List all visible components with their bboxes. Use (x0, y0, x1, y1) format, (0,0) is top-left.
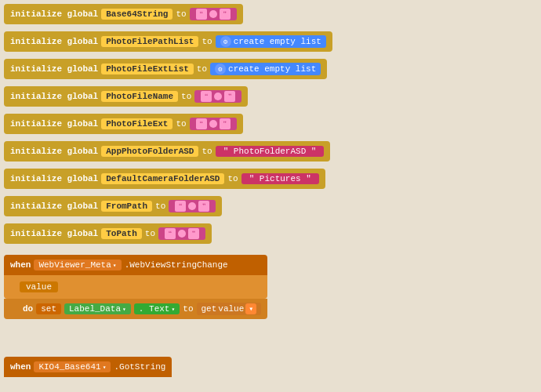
init-block-photofileextlist[interactable]: initialize global PhotoFileExtList to ⚙ … (4, 59, 327, 79)
var-name-photofileext[interactable]: PhotoFileExt (101, 118, 172, 129)
string-text-pictures[interactable]: " Pictures " (241, 173, 319, 184)
string-text-photofolderasd[interactable]: " PhotoFolderASD " (216, 146, 325, 157)
component-pill-webviewer[interactable]: WebViewer_Meta ▾ (34, 260, 121, 270)
init-label-7: initialize global (10, 174, 98, 183)
quote-icon-9: ❝ (165, 228, 176, 239)
to-label: to (176, 9, 186, 19)
string-value-topath[interactable]: ❝ ❞ (158, 227, 205, 240)
var-name-photofileextlist[interactable]: PhotoFileExtList (101, 64, 194, 74)
init-label-4: initialize global (10, 92, 98, 101)
to-label-4: to (181, 92, 191, 101)
create-empty-list-label-2: create empty list (228, 64, 316, 74)
var-name-appphotofolderasd[interactable]: AppPhotoFolderASD (101, 146, 198, 157)
init-label-5: initialize global (10, 119, 98, 129)
empty-circle-5 (178, 230, 186, 238)
empty-circle-2 (214, 93, 222, 100)
quote-icon-7: ❝ (175, 201, 186, 212)
quote-icon-5: ❝ (196, 118, 207, 129)
init-block-photofilepathlist[interactable]: initialize global PhotoFilePathList to ⚙… (4, 31, 332, 52)
init-label-3: initialize global (10, 64, 98, 74)
var-name-photofilepathlist[interactable]: PhotoFilePathList (101, 36, 198, 47)
when-label: when (10, 260, 31, 270)
string-value-ext[interactable]: ❝ ❞ (190, 118, 237, 130)
component-pill-kio4[interactable]: KIO4_Base641 ▾ (34, 361, 111, 372)
get-value-name: value (218, 304, 244, 314)
empty-circle-4 (188, 202, 196, 210)
when-body-webviewer: value (4, 275, 267, 299)
var-name-defaultcamerafolderasd[interactable]: DefaultCameraFolderASD (101, 173, 224, 184)
do-label: do (23, 304, 33, 314)
component-label-data[interactable]: Label_Data ▾ (64, 303, 131, 314)
string-value-frompath[interactable]: ❝ ❞ (169, 200, 216, 212)
dropdown-arrow-labeldata[interactable]: ▾ (122, 306, 126, 313)
get-pill-value[interactable]: get value ▾ (197, 303, 262, 315)
var-name-topath[interactable]: ToPath (101, 228, 142, 239)
event-name-webviewstringchange: .WebViewStringChange (125, 260, 228, 270)
var-name-frompath[interactable]: FromPath (101, 201, 152, 212)
dropdown-arrow-kio4[interactable]: ▾ (103, 364, 107, 371)
init-block-base64string[interactable]: initialize global Base64String to ❝ ❞ (4, 4, 243, 24)
gear-icon: ⚙ (220, 36, 231, 47)
do-row-webviewer[interactable]: do set Label_Data ▾ . Text ▾ to get valu… (4, 299, 267, 319)
label-data-text: Label_Data (69, 304, 121, 314)
quote-icon-10: ❞ (188, 228, 199, 239)
list-value-extlist[interactable]: ⚙ create empty list (210, 63, 321, 75)
list-value-pathlist[interactable]: ⚙ create empty list (216, 35, 326, 48)
prop-pill-text[interactable]: . Text ▾ (134, 303, 180, 314)
init-label-2: initialize global (10, 37, 98, 46)
init-label-6: initialize global (10, 147, 98, 156)
quote-icon-6: ❞ (220, 118, 231, 129)
init-block-defaultcamerafolderasd[interactable]: initialize global DefaultCameraFolderASD… (4, 169, 325, 189)
when-header-kio4[interactable]: when KIO4_Base641 ▾ .GotString (4, 357, 172, 377)
init-label: initialize global (10, 9, 98, 19)
get-label: get (202, 304, 217, 314)
set-pill[interactable]: set (36, 303, 61, 314)
component-name-kio4: KIO4_Base641 (38, 362, 100, 372)
prop-text-label: . Text (139, 304, 170, 314)
var-name-photofilename[interactable]: PhotoFileName (101, 91, 178, 102)
var-name-base64string[interactable]: Base64String (101, 9, 172, 20)
quote-icon-3: ❝ (201, 91, 212, 102)
init-block-frompath[interactable]: initialize global FromPath to ❝ ❞ (4, 196, 222, 216)
init-label-8: initialize global (10, 201, 98, 211)
to-label-9: to (145, 229, 155, 238)
to-action-label: to (183, 304, 193, 314)
string-value-filename[interactable]: ❝ ❞ (194, 90, 241, 103)
blocks-canvas: initialize global Base64String to ❝ ❞ in… (0, 0, 541, 392)
init-block-topath[interactable]: initialize global ToPath to ❝ ❞ (4, 223, 212, 244)
empty-string-circle (209, 10, 217, 18)
when-label-2: when (10, 362, 31, 372)
component-name-webviewer: WebViewer_Meta (38, 260, 111, 270)
to-label-2: to (202, 37, 212, 46)
to-label-5: to (176, 119, 186, 129)
when-block-webviewer[interactable]: when WebViewer_Meta ▾ .WebViewStringChan… (4, 255, 267, 319)
string-value-empty[interactable]: ❝ ❞ (190, 8, 237, 20)
create-empty-list-label: create empty list (234, 37, 321, 46)
to-label-6: to (202, 147, 212, 156)
quote-icon-2: ❞ (220, 9, 231, 20)
dropdown-arrow-webviewer[interactable]: ▾ (113, 262, 117, 269)
quote-icon-8: ❞ (198, 201, 209, 212)
dropdown-arrow-text[interactable]: ▾ (171, 306, 175, 313)
gear-icon-2: ⚙ (215, 64, 226, 74)
init-block-photofileext[interactable]: initialize global PhotoFileExt to ❝ ❞ (4, 114, 243, 134)
quote-icon-4: ❞ (224, 91, 235, 102)
to-label-7: to (227, 174, 238, 183)
quote-icon: ❝ (196, 9, 207, 20)
init-block-appphotofolderasd[interactable]: initialize global AppPhotoFolderASD to "… (4, 141, 330, 162)
event-name-gotstring: .GotString (114, 362, 165, 372)
init-label-9: initialize global (10, 229, 98, 238)
value-param-label: value (20, 281, 58, 292)
when-block-kio4[interactable]: when KIO4_Base641 ▾ .GotString (4, 357, 172, 377)
to-label-3: to (197, 64, 207, 74)
empty-circle-3 (209, 120, 217, 128)
init-block-photofilename[interactable]: initialize global PhotoFileName to ❝ ❞ (4, 86, 248, 107)
value-orange-indicator: ▾ (245, 303, 256, 314)
value-param-row: value (20, 278, 261, 296)
to-label-8: to (155, 201, 165, 211)
when-header-webviewer[interactable]: when WebViewer_Meta ▾ .WebViewStringChan… (4, 255, 267, 275)
